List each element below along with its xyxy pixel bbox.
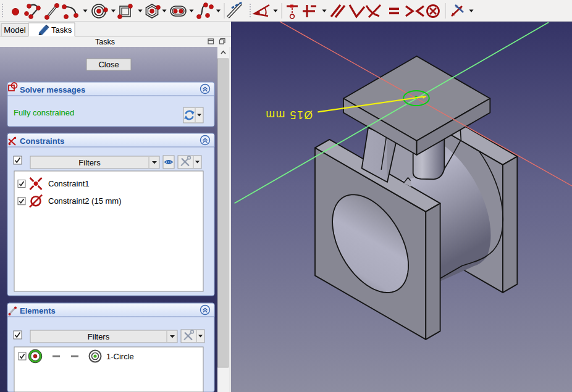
svg-text:Fully constrained: Fully constrained (14, 108, 74, 117)
svg-text:Constraints: Constraints (20, 136, 64, 146)
svg-text:Close: Close (98, 60, 119, 69)
svg-text:Model: Model (4, 25, 26, 35)
svg-text:Tasks: Tasks (51, 25, 72, 35)
svg-text:Filters: Filters (88, 332, 110, 341)
svg-text:Ø15 mm: Ø15 mm (265, 109, 313, 121)
svg-text:Constraint2 (15 mm): Constraint2 (15 mm) (48, 196, 121, 206)
svg-text:Constraint1: Constraint1 (48, 179, 89, 188)
svg-text:Filters: Filters (78, 158, 101, 167)
svg-text:1-Circle: 1-Circle (106, 352, 134, 361)
svg-text:Solver messages: Solver messages (20, 85, 85, 94)
svg-text:Elements: Elements (20, 306, 56, 315)
svg-text:Tasks: Tasks (95, 38, 115, 46)
